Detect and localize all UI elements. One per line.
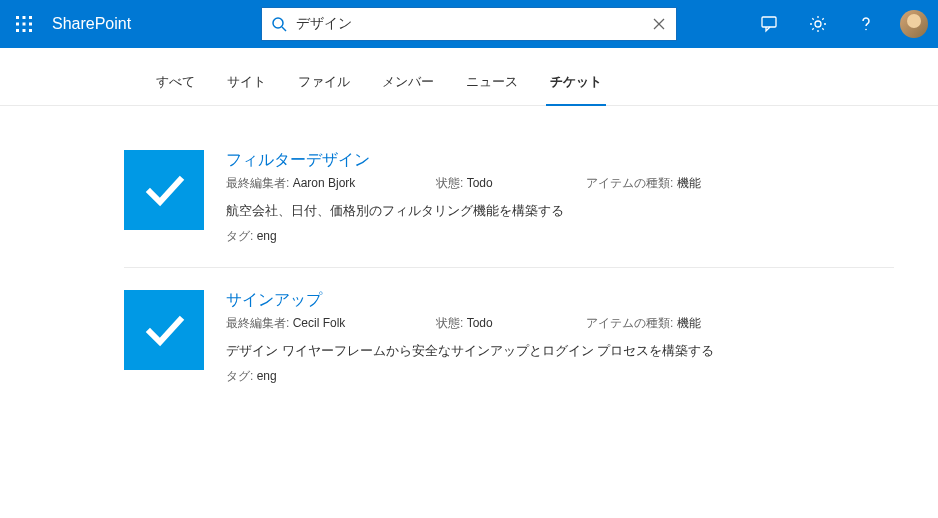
result-description: デザイン ワイヤーフレームから安全なサインアップとログイン プロセスを構築する: [226, 342, 894, 360]
help-icon: [856, 14, 876, 34]
result-thumbnail: [124, 150, 204, 230]
svg-rect-5: [29, 23, 32, 26]
tab-5[interactable]: チケット: [534, 73, 618, 105]
search-result: サインアップ最終編集者: Cecil Folk状態: Todoアイテムの種類: …: [124, 267, 894, 407]
result-title[interactable]: フィルターデザイン: [226, 150, 894, 171]
search-input[interactable]: [296, 8, 642, 40]
itemtype-value: 機能: [677, 316, 701, 330]
svg-rect-13: [762, 17, 776, 27]
tab-0[interactable]: すべて: [140, 73, 211, 105]
search-vertical-tabs: すべてサイトファイルメンバーニュースチケット: [0, 48, 938, 106]
svg-point-15: [865, 29, 867, 31]
svg-rect-2: [29, 16, 32, 19]
result-thumbnail: [124, 290, 204, 370]
state-label: 状態:: [436, 316, 467, 330]
tab-1[interactable]: サイト: [211, 73, 282, 105]
header-actions: [746, 0, 938, 48]
app-title: SharePoint: [48, 15, 141, 33]
result-meta: 最終編集者: Aaron Bjork状態: Todoアイテムの種類: 機能: [226, 175, 894, 192]
checkmark-icon: [140, 306, 188, 354]
app-launcher-button[interactable]: [0, 0, 48, 48]
svg-point-9: [273, 18, 283, 28]
account-avatar[interactable]: [900, 10, 928, 38]
svg-rect-1: [23, 16, 26, 19]
tab-3[interactable]: メンバー: [366, 73, 450, 105]
result-body: サインアップ最終編集者: Cecil Folk状態: Todoアイテムの種類: …: [204, 290, 894, 385]
state-label: 状態:: [436, 176, 467, 190]
itemtype-label: アイテムの種類:: [586, 176, 677, 190]
svg-line-10: [282, 27, 286, 31]
svg-rect-7: [23, 29, 26, 32]
result-meta: 最終編集者: Cecil Folk状態: Todoアイテムの種類: 機能: [226, 315, 894, 332]
help-button[interactable]: [842, 0, 890, 48]
result-description: 航空会社、日付、価格別のフィルタリング機能を構築する: [226, 202, 894, 220]
search-results: フィルターデザイン最終編集者: Aaron Bjork状態: Todoアイテムの…: [124, 106, 894, 407]
gear-icon: [808, 14, 828, 34]
search-clear-button[interactable]: [642, 17, 676, 31]
search-box[interactable]: [261, 7, 677, 41]
state-value: Todo: [467, 316, 493, 330]
state-value: Todo: [467, 176, 493, 190]
svg-rect-4: [23, 23, 26, 26]
result-tags: タグ: eng: [226, 228, 894, 245]
chat-icon: [760, 14, 780, 34]
result-body: フィルターデザイン最終編集者: Aaron Bjork状態: Todoアイテムの…: [204, 150, 894, 245]
result-tags: タグ: eng: [226, 368, 894, 385]
editor-value: Aaron Bjork: [293, 176, 356, 190]
svg-rect-8: [29, 29, 32, 32]
svg-point-14: [815, 21, 821, 27]
chat-button[interactable]: [746, 0, 794, 48]
search-result: フィルターデザイン最終編集者: Aaron Bjork状態: Todoアイテムの…: [124, 136, 894, 267]
waffle-icon: [16, 16, 32, 32]
svg-rect-0: [16, 16, 19, 19]
editor-value: Cecil Folk: [293, 316, 346, 330]
svg-rect-3: [16, 23, 19, 26]
itemtype-value: 機能: [677, 176, 701, 190]
checkmark-icon: [140, 166, 188, 214]
search-icon: [262, 16, 296, 32]
tab-2[interactable]: ファイル: [282, 73, 366, 105]
editor-label: 最終編集者:: [226, 316, 293, 330]
itemtype-label: アイテムの種類:: [586, 316, 677, 330]
editor-label: 最終編集者:: [226, 176, 293, 190]
close-icon: [652, 17, 666, 31]
settings-button[interactable]: [794, 0, 842, 48]
result-title[interactable]: サインアップ: [226, 290, 894, 311]
tab-4[interactable]: ニュース: [450, 73, 534, 105]
svg-rect-6: [16, 29, 19, 32]
suite-header: SharePoint: [0, 0, 938, 48]
